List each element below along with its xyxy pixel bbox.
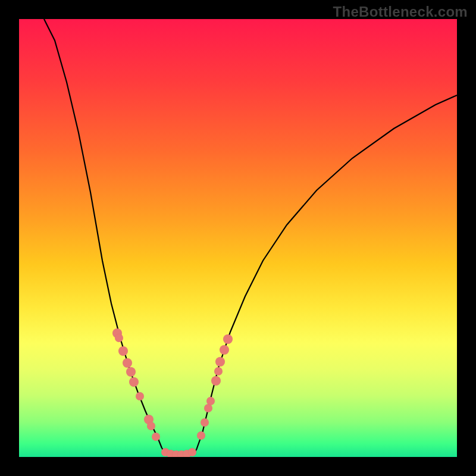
curve-left xyxy=(44,19,162,448)
scatter-dot xyxy=(123,358,132,368)
scatter-dot xyxy=(118,346,128,356)
scatter-dot xyxy=(201,418,209,427)
curve-right xyxy=(196,95,457,450)
scatter-dot xyxy=(152,433,160,441)
outer-frame: TheBottleneck.com xyxy=(0,0,476,476)
scatter-dot xyxy=(223,334,233,344)
scatter-dot xyxy=(188,448,196,456)
scatter-dot xyxy=(126,367,136,377)
scatter-dot xyxy=(206,397,215,405)
scatter-dot xyxy=(115,334,123,342)
scatter-dot xyxy=(211,376,221,386)
chart-svg xyxy=(19,19,457,457)
scatter-dot xyxy=(136,392,144,400)
scatter-dot xyxy=(129,377,139,387)
scatter-dot xyxy=(220,345,229,355)
scatter-dot xyxy=(197,431,205,440)
scatter-dot xyxy=(214,367,223,375)
scatter-dot xyxy=(215,357,225,367)
scatter-dot xyxy=(147,422,155,430)
plot-area xyxy=(19,19,457,457)
watermark-text: TheBottleneck.com xyxy=(333,4,468,20)
scatter-points xyxy=(112,328,233,457)
